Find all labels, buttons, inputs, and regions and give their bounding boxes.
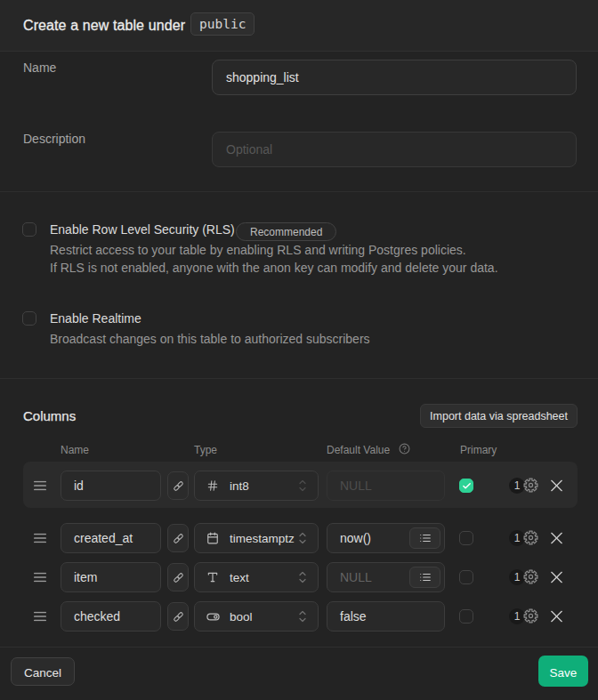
link-icon — [173, 533, 184, 544]
chevrons-up-down-icon — [299, 611, 306, 623]
calendar-icon — [206, 532, 219, 544]
column-row-checked: checkedboolfalse1 — [0, 601, 598, 632]
import-data-button[interactable]: Import data via spreadsheet — [420, 404, 578, 428]
schema-badge: public — [190, 12, 255, 36]
hash-icon — [206, 479, 219, 492]
create-table-panel: Create a new table under public Name sho… — [0, 0, 598, 700]
column-default-input[interactable]: NULL — [327, 562, 445, 592]
suggestions-button[interactable] — [409, 567, 440, 588]
column-type-select[interactable]: text — [194, 562, 319, 592]
column-default-value: false — [340, 609, 367, 624]
chevrons-up-down-icon — [299, 533, 306, 544]
name-label: Name — [23, 60, 56, 75]
realtime-description: Broadcast changes on this table to autho… — [50, 330, 370, 348]
link-icon — [173, 480, 184, 492]
foreign-key-button[interactable] — [167, 524, 189, 552]
drag-handle-icon[interactable] — [34, 573, 46, 583]
delete-column-icon[interactable] — [551, 480, 562, 492]
description-placeholder: Optional — [226, 142, 272, 157]
help-icon[interactable] — [399, 443, 410, 455]
divider — [0, 647, 598, 648]
rls-checkbox[interactable] — [22, 222, 36, 237]
column-name-input[interactable]: id — [61, 471, 161, 501]
rls-description-line1: Restrict access to your table by enablin… — [50, 241, 466, 259]
column-default-placeholder: NULL — [340, 479, 372, 493]
name-input-value: shopping_list — [226, 70, 299, 84]
description-label: Description — [23, 132, 85, 146]
rls-description-line2: If RLS is not enabled, anyone with the a… — [50, 259, 498, 277]
column-type-select[interactable]: int8 — [194, 471, 319, 501]
save-button[interactable]: Save — [538, 656, 588, 687]
column-type-select[interactable]: timestamptz — [194, 523, 319, 553]
column-header-default: Default Value — [327, 444, 390, 456]
primary-checkbox[interactable] — [459, 479, 473, 493]
column-name-input[interactable]: created_at — [61, 523, 161, 553]
column-header-name: Name — [61, 444, 89, 456]
column-type-value: text — [230, 571, 249, 584]
rls-label: Enable Row Level Security (RLS) — [50, 222, 235, 237]
cancel-button[interactable]: Cancel — [11, 657, 75, 686]
column-type-select[interactable]: bool — [194, 601, 319, 632]
column-default-input[interactable]: false — [327, 601, 445, 632]
delete-column-icon[interactable] — [551, 572, 562, 583]
primary-checkbox[interactable] — [459, 609, 473, 624]
name-input[interactable]: shopping_list — [212, 60, 577, 95]
delete-column-icon[interactable] — [551, 611, 562, 623]
column-type-value: timestamptz — [230, 532, 295, 545]
column-name-value: created_at — [74, 531, 133, 545]
primary-checkbox[interactable] — [459, 570, 473, 584]
column-name-value: checked — [74, 609, 120, 624]
rls-recommended-badge: Recommended — [236, 222, 336, 241]
column-row-created_at: created_attimestamptznow()1 — [0, 523, 598, 553]
description-input[interactable]: Optional — [212, 132, 577, 167]
column-name-input[interactable]: item — [61, 562, 161, 592]
gear-icon[interactable] — [522, 607, 540, 625]
column-name-input[interactable]: checked — [61, 601, 161, 632]
column-row-item: itemtextNULL1 — [0, 562, 598, 592]
primary-checkbox[interactable] — [459, 531, 473, 545]
drag-handle-icon[interactable] — [34, 481, 46, 491]
column-default-value: now() — [340, 531, 371, 545]
realtime-checkbox[interactable] — [22, 311, 36, 326]
gear-icon[interactable] — [522, 568, 540, 586]
link-icon — [173, 611, 184, 623]
column-default-input[interactable]: NULL — [327, 471, 445, 501]
foreign-key-button[interactable] — [167, 563, 189, 591]
column-type-value: int8 — [230, 479, 249, 493]
realtime-label: Enable Realtime — [50, 311, 141, 326]
panel-header: Create a new table under public — [0, 0, 598, 52]
drag-handle-icon[interactable] — [34, 612, 46, 622]
columns-heading: Columns — [23, 408, 76, 423]
list-icon — [419, 532, 432, 544]
column-default-placeholder: NULL — [340, 570, 372, 584]
chevrons-up-down-icon — [299, 480, 306, 492]
column-header-primary: Primary — [460, 444, 497, 456]
drag-handle-icon[interactable] — [34, 534, 46, 543]
divider — [0, 191, 598, 192]
foreign-key-button[interactable] — [167, 471, 189, 500]
suggestions-button[interactable] — [409, 527, 440, 549]
gear-icon[interactable] — [522, 529, 540, 547]
column-default-input[interactable]: now() — [327, 523, 445, 553]
column-header-type: Type — [194, 444, 217, 456]
check-icon — [462, 481, 472, 491]
divider — [0, 378, 598, 379]
column-name-value: item — [74, 570, 97, 584]
list-icon — [419, 571, 432, 583]
column-type-value: bool — [230, 610, 253, 624]
foreign-key-button[interactable] — [167, 602, 189, 631]
toggle-icon — [206, 610, 219, 623]
gear-icon[interactable] — [522, 477, 540, 495]
link-icon — [173, 572, 184, 583]
column-name-value: id — [74, 479, 84, 493]
chevrons-up-down-icon — [299, 572, 306, 583]
column-row-id: idint8NULL1 — [0, 471, 598, 501]
delete-column-icon[interactable] — [551, 533, 562, 544]
panel-title: Create a new table under — [23, 18, 185, 34]
type-icon — [206, 571, 219, 583]
